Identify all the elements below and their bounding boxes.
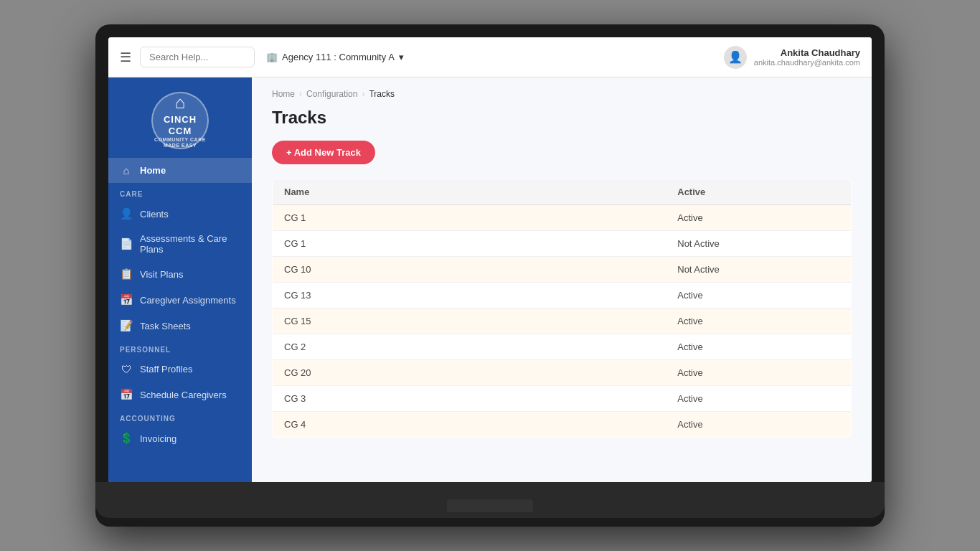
- caregiver-icon: 📅: [120, 293, 133, 306]
- sidebar-item-label: Schedule Caregivers: [140, 390, 227, 400]
- table-header: Name Active: [273, 179, 852, 205]
- table-row[interactable]: CG 13Active: [273, 283, 852, 309]
- logo-house-icon: ⌂: [175, 93, 186, 113]
- sidebar-item-task-sheets[interactable]: 📝 Task Sheets: [108, 313, 252, 339]
- staff-profiles-icon: 🛡: [120, 363, 133, 375]
- user-section: 👤 Ankita Chaudhary ankita.chaudhary@anki…: [724, 46, 860, 69]
- sidebar-item-caregiver-assignments[interactable]: 📅 Caregiver Assignments: [108, 287, 252, 313]
- track-name: CG 2: [273, 334, 666, 360]
- sidebar-logo: ⌂ CINCH CCM COMMUNITY CARE MADE EASY: [108, 77, 252, 158]
- invoicing-icon: 💲: [120, 432, 133, 445]
- logo-circle: ⌂ CINCH CCM COMMUNITY CARE MADE EASY: [151, 92, 209, 149]
- user-email: ankita.chaudhary@ankita.com: [754, 58, 860, 67]
- sidebar-item-label: Home: [140, 165, 166, 176]
- track-name: CG 1: [273, 231, 666, 257]
- agency-dropdown-icon: ▾: [399, 52, 404, 62]
- sidebar-section-personnel: PERSONNEL: [108, 339, 252, 357]
- breadcrumb: Home › Configuration › Tracks: [272, 89, 852, 99]
- home-icon: ⌂: [120, 164, 133, 176]
- search-input[interactable]: [140, 47, 255, 67]
- breadcrumb-home[interactable]: Home: [272, 89, 295, 99]
- track-active: Active: [666, 309, 851, 334]
- track-name: CG 1: [273, 205, 666, 231]
- table-row[interactable]: CG 10Not Active: [273, 257, 852, 283]
- table-row[interactable]: CG 20Active: [273, 360, 852, 386]
- sidebar-item-clients[interactable]: 👤 Clients: [108, 201, 252, 227]
- assessments-icon: 📄: [120, 237, 133, 250]
- col-name: Name: [273, 179, 666, 205]
- sidebar-item-label: Caregiver Assignments: [140, 295, 236, 306]
- breadcrumb-current: Tracks: [369, 89, 395, 99]
- table-row[interactable]: CG 1Not Active: [273, 231, 852, 257]
- user-info: Ankita Chaudhary ankita.chaudhary@ankita…: [754, 47, 860, 67]
- track-active: Active: [666, 283, 851, 309]
- avatar: 👤: [724, 46, 747, 69]
- sidebar-item-label: Visit Plans: [140, 269, 183, 280]
- sidebar-item-label: Task Sheets: [140, 321, 191, 331]
- table-row[interactable]: CG 2Active: [273, 334, 852, 360]
- sidebar-section-accounting: ACCOUNTING: [108, 408, 252, 425]
- track-active: Active: [666, 412, 851, 438]
- sidebar-item-staff-profiles[interactable]: 🛡 Staff Profiles: [108, 357, 252, 382]
- sidebar-item-schedule-caregivers[interactable]: 📅 Schedule Caregivers: [108, 382, 252, 408]
- track-active: Not Active: [666, 257, 851, 283]
- track-name: CG 20: [273, 360, 666, 386]
- breadcrumb-config[interactable]: Configuration: [306, 89, 357, 99]
- content-area: Home › Configuration › Tracks Tracks + A…: [252, 77, 872, 482]
- col-active: Active: [666, 179, 851, 205]
- clients-icon: 👤: [120, 207, 133, 220]
- track-name: CG 13: [273, 283, 666, 309]
- agency-selector[interactable]: 🏢 Agency 111 : Community A ▾: [266, 52, 404, 62]
- track-active: Active: [666, 360, 851, 386]
- sidebar-item-label: Clients: [140, 209, 169, 220]
- sidebar-item-label: Assessments & Care Plans: [140, 233, 240, 255]
- page-title: Tracks: [272, 108, 852, 128]
- table-row[interactable]: CG 15Active: [273, 309, 852, 334]
- sidebar-item-invoicing[interactable]: 💲 Invoicing: [108, 425, 252, 451]
- track-name: CG 3: [273, 386, 666, 412]
- track-name: CG 4: [273, 412, 666, 438]
- add-new-track-button[interactable]: + Add New Track: [272, 141, 375, 164]
- tracks-table: Name Active CG 1ActiveCG 1Not ActiveCG 1…: [272, 179, 852, 438]
- breadcrumb-sep2: ›: [362, 89, 364, 99]
- track-name: CG 10: [273, 257, 666, 283]
- sidebar-item-label: Invoicing: [140, 433, 176, 444]
- track-name: CG 15: [273, 309, 666, 334]
- topbar: ☰ 🏢 Agency 111 : Community A ▾ 👤 Ankita …: [108, 37, 872, 77]
- schedule-caregivers-icon: 📅: [120, 388, 133, 401]
- sidebar: ⌂ CINCH CCM COMMUNITY CARE MADE EASY ⌂ H…: [108, 77, 252, 482]
- track-active: Not Active: [666, 231, 851, 257]
- sidebar-item-visit-plans[interactable]: 📋 Visit Plans: [108, 261, 252, 287]
- sidebar-item-label: Staff Profiles: [140, 364, 192, 375]
- task-sheets-icon: 📝: [120, 319, 133, 332]
- table-row[interactable]: CG 4Active: [273, 412, 852, 438]
- table-row[interactable]: CG 1Active: [273, 205, 852, 231]
- agency-icon: 🏢: [266, 52, 278, 62]
- main-layout: ⌂ CINCH CCM COMMUNITY CARE MADE EASY ⌂ H…: [108, 77, 872, 482]
- sidebar-section-care: CARE: [108, 183, 252, 201]
- track-active: Active: [666, 334, 851, 360]
- breadcrumb-sep1: ›: [299, 89, 302, 99]
- track-active: Active: [666, 386, 851, 412]
- table-body: CG 1ActiveCG 1Not ActiveCG 10Not ActiveC…: [273, 205, 852, 438]
- logo-tagline: COMMUNITY CARE MADE EASY: [153, 137, 207, 149]
- visit-plans-icon: 📋: [120, 268, 133, 281]
- agency-label: Agency 111 : Community A: [282, 52, 395, 62]
- table-row[interactable]: CG 3Active: [273, 386, 852, 412]
- logo-brand: CINCH CCM: [153, 114, 207, 136]
- track-active: Active: [666, 205, 851, 231]
- sidebar-item-home[interactable]: ⌂ Home: [108, 158, 252, 183]
- sidebar-item-assessments[interactable]: 📄 Assessments & Care Plans: [108, 227, 252, 261]
- trackpad: [447, 499, 533, 512]
- menu-icon[interactable]: ☰: [120, 50, 131, 65]
- user-name: Ankita Chaudhary: [754, 47, 860, 58]
